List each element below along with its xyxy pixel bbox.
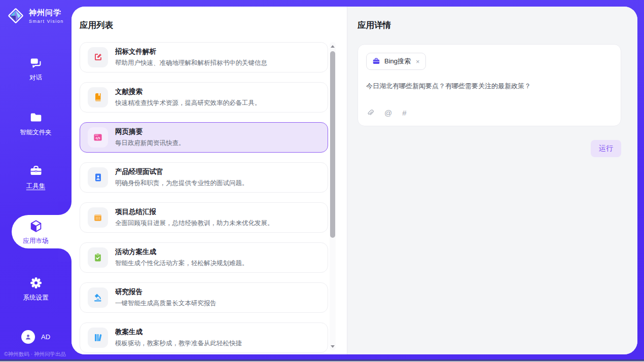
app-description: 快速精准查找学术资源，提高研究效率的必备工具。 bbox=[115, 99, 261, 107]
chat-icon bbox=[29, 56, 43, 70]
app-list: 招标文件解析 帮助用户快速、准确地理解和解析招标书中的关键信息 文献搜索 快速精… bbox=[80, 42, 328, 354]
hash-icon[interactable]: # bbox=[402, 109, 406, 117]
webpage-code-icon bbox=[88, 127, 108, 148]
app-title: 活动方案生成 bbox=[115, 247, 248, 257]
app-card-web-summary[interactable]: 网页摘要 每日政府新闻资讯快查。 bbox=[80, 122, 328, 153]
app-title: 招标文件解析 bbox=[115, 47, 267, 56]
microscope-icon bbox=[88, 287, 108, 308]
prompt-text[interactable]: 今日湖北有哪些新闻要点？有哪些需要关注的最新政策？ bbox=[366, 81, 613, 91]
sidebar-item-label: 应用市场 bbox=[23, 237, 49, 245]
close-icon[interactable]: × bbox=[416, 58, 420, 65]
sidebar-item-toolset[interactable]: 工具集 bbox=[0, 164, 71, 191]
resume-icon bbox=[88, 167, 108, 188]
app-description: 明确身份和职责，为您提供专业性的面试问题。 bbox=[115, 179, 248, 188]
sidebar-item-chat[interactable]: 对话 bbox=[0, 56, 71, 82]
tool-chip-label: Bing搜索 bbox=[384, 57, 411, 66]
app-description: 智能生成个性化活动方案，轻松解决规划难题。 bbox=[115, 259, 248, 268]
app-detail-title: 应用详情 bbox=[357, 20, 637, 31]
app-detail-panel: 应用详情 Bing搜索 × 今日湖北有哪些新闻要点？有哪些需要关注的最新政策？ bbox=[347, 7, 637, 354]
app-description: 全面回顾项目进展，总结经验教训，助力未来优化发展。 bbox=[115, 219, 274, 228]
app-description: 帮助用户快速、准确地理解和解析招标书中的关键信息 bbox=[115, 59, 267, 67]
app-title: 产品经理面试官 bbox=[115, 167, 248, 176]
gear-icon bbox=[29, 276, 43, 290]
app-description: 每日政府新闻资讯快查。 bbox=[115, 139, 185, 148]
bid-document-icon bbox=[88, 47, 108, 67]
app-list-title: 应用列表 bbox=[80, 20, 347, 31]
calendar-report-icon bbox=[88, 207, 108, 228]
scrollbar-down-arrow[interactable] bbox=[330, 343, 336, 349]
app-title: 项目总结汇报 bbox=[115, 207, 274, 216]
folder-icon bbox=[29, 111, 43, 125]
app-card-research-report[interactable]: 研究报告 一键智能生成高质量长文本研究报告 bbox=[80, 282, 328, 313]
app-card-project-summary[interactable]: 项目总结汇报 全面回顾项目进展，总结经验教训，助力未来优化发展。 bbox=[80, 202, 328, 233]
app-card-activity-plan[interactable]: 活动方案生成 智能生成个性化活动方案，轻松解决规划难题。 bbox=[80, 242, 328, 273]
sidebar-item-system-settings[interactable]: 系统设置 bbox=[0, 276, 71, 302]
app-list-panel: 应用列表 招标文件解析 帮助用户快速、准确地理解和解析招标书中的关键信息 bbox=[71, 7, 347, 354]
sidebar: 神州问学 Smart Vision 对话 智能文件夹 bbox=[0, 0, 71, 362]
app-card-bid-analysis[interactable]: 招标文件解析 帮助用户快速、准确地理解和解析招标书中的关键信息 bbox=[80, 42, 328, 73]
sidebar-item-smart-folder[interactable]: 智能文件夹 bbox=[0, 111, 71, 137]
briefcase-icon bbox=[372, 57, 380, 65]
books-icon bbox=[88, 328, 108, 348]
copyright-footer: ©神州数码 · 神州问学出品 bbox=[4, 351, 66, 358]
run-button[interactable]: 运行 bbox=[591, 140, 621, 157]
app-card-pm-interviewer[interactable]: 产品经理面试官 明确身份和职责，为您提供专业性的面试问题。 bbox=[80, 162, 328, 193]
user-account[interactable]: AD bbox=[0, 330, 71, 344]
app-title: 网页摘要 bbox=[115, 127, 185, 136]
clipboard-check-icon bbox=[88, 247, 108, 268]
brand-name: 神州问学 bbox=[29, 8, 64, 18]
tool-chip-bing-search[interactable]: Bing搜索 × bbox=[366, 53, 426, 70]
brand-subtitle: Smart Vision bbox=[29, 19, 64, 24]
toolbox-icon bbox=[29, 164, 43, 178]
person-icon bbox=[24, 333, 32, 341]
attachment-icon[interactable] bbox=[366, 108, 374, 117]
sidebar-item-label: 系统设置 bbox=[23, 294, 49, 302]
sidebar-item-label: 智能文件夹 bbox=[20, 128, 52, 137]
prompt-input-card[interactable]: Bing搜索 × 今日湖北有哪些新闻要点？有哪些需要关注的最新政策？ @ # bbox=[357, 44, 621, 126]
sidebar-item-label: 工具集 bbox=[26, 182, 46, 191]
app-title: 文献搜索 bbox=[115, 87, 261, 96]
blob-curve-top bbox=[58, 202, 71, 215]
scrollbar-thumb[interactable] bbox=[330, 51, 335, 238]
blob-curve-bottom bbox=[58, 248, 71, 262]
app-card-lesson-plan[interactable]: 教案生成 模板驱动，教案秒成，教学准备从此轻松快捷 bbox=[80, 322, 328, 353]
content-sheet: 应用列表 招标文件解析 帮助用户快速、准确地理解和解析招标书中的关键信息 bbox=[71, 7, 637, 354]
sidebar-item-app-marketplace[interactable]: 应用市场 bbox=[0, 219, 71, 245]
user-initials: AD bbox=[41, 333, 50, 341]
mention-icon[interactable]: @ bbox=[384, 109, 392, 117]
app-description: 一键智能生成高质量长文本研究报告 bbox=[115, 299, 217, 308]
app-title: 研究报告 bbox=[115, 287, 217, 297]
scrollbar-up-arrow[interactable] bbox=[330, 43, 336, 49]
cube-icon bbox=[29, 219, 43, 233]
app-title: 教案生成 bbox=[115, 328, 242, 337]
avatar bbox=[21, 330, 35, 344]
diamond-logo-icon bbox=[7, 7, 25, 25]
app-list-scrollbar[interactable] bbox=[330, 42, 336, 350]
app-description: 模板驱动，教案秒成，教学准备从此轻松快捷 bbox=[115, 339, 242, 348]
sidebar-item-label: 对话 bbox=[29, 74, 42, 82]
book-icon bbox=[88, 87, 108, 107]
input-toolbar: @ # bbox=[366, 108, 613, 118]
app-card-literature-search[interactable]: 文献搜索 快速精准查找学术资源，提高研究效率的必备工具。 bbox=[80, 82, 328, 113]
brand-logo: 神州问学 Smart Vision bbox=[7, 7, 64, 25]
